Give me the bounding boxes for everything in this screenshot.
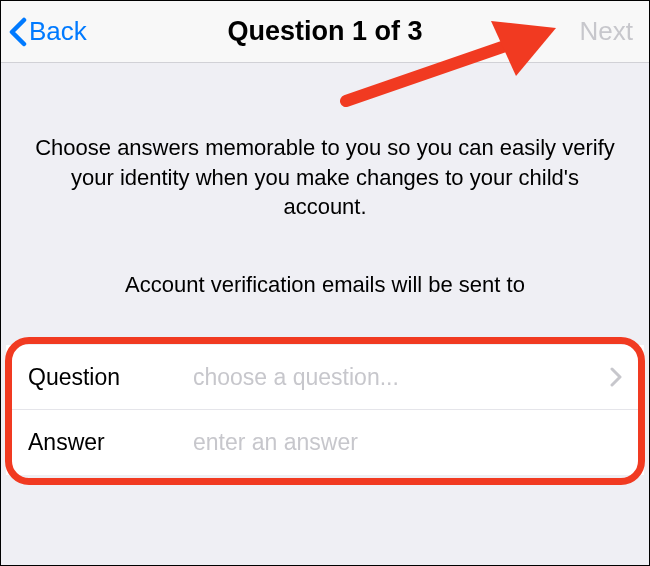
- question-placeholder: choose a question...: [193, 364, 602, 391]
- answer-row[interactable]: Answer enter an answer: [6, 410, 644, 475]
- security-question-form: Question choose a question... Answer ent…: [6, 345, 644, 475]
- instruction-text: Choose answers memorable to you so you c…: [31, 133, 619, 222]
- email-notice-text: Account verification emails will be sent…: [31, 270, 619, 300]
- question-label: Question: [28, 364, 193, 391]
- chevron-left-icon: [9, 17, 27, 47]
- chevron-right-icon: [610, 367, 622, 387]
- next-button[interactable]: Next: [580, 16, 641, 47]
- back-label: Back: [29, 16, 87, 47]
- navigation-bar: Back Question 1 of 3 Next: [1, 1, 649, 63]
- content-area: Choose answers memorable to you so you c…: [1, 63, 649, 300]
- form-group: Question choose a question... Answer ent…: [6, 345, 644, 475]
- answer-label: Answer: [28, 429, 193, 456]
- answer-placeholder: enter an answer: [193, 429, 622, 456]
- question-row[interactable]: Question choose a question...: [6, 345, 644, 410]
- page-title: Question 1 of 3: [227, 16, 422, 47]
- back-button[interactable]: Back: [9, 16, 87, 47]
